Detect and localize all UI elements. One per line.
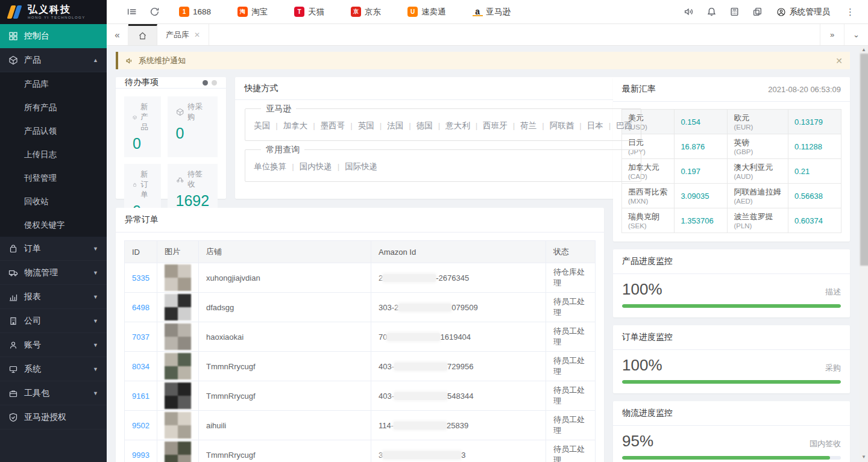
more-menu-icon[interactable]: ⋮	[837, 7, 860, 17]
sidebar-item-console[interactable]: 控制台	[0, 24, 107, 48]
sidebar-subitem-infringing-keywords[interactable]: 侵权关键字	[0, 213, 107, 237]
country-link[interactable]: 法国	[374, 121, 404, 130]
marketplace-link-amazon[interactable]: a 亚马逊	[473, 7, 511, 17]
marketplace-label: 淘宝	[251, 7, 268, 17]
todo-card-new-products[interactable]: 新产品 0	[124, 96, 161, 157]
vertical-scrollbar[interactable]: ▲ ▼	[860, 46, 868, 462]
country-link[interactable]: 意大利	[433, 121, 470, 130]
order-id-link[interactable]: 5335	[132, 273, 149, 283]
sidebar-subitem-listing-manage[interactable]: 刊登管理	[0, 166, 107, 190]
sidebar-item-accounts[interactable]: 账号 ▼	[0, 333, 107, 357]
product-image[interactable]	[165, 382, 191, 409]
country-link[interactable]: 墨西哥	[307, 121, 345, 130]
sidebar-item-label: 账号	[24, 340, 41, 351]
sidebar-item-logistics[interactable]: 物流管理 ▼	[0, 261, 107, 285]
todo-value: 0	[176, 125, 210, 142]
rate-row: 墨西哥比索(MXN) 3.09035 阿联酋迪拉姆(AED) 0.56638	[622, 184, 841, 208]
tabs-scroll-left-icon[interactable]: «	[107, 24, 128, 45]
amazon-id: 403-	[379, 392, 394, 401]
tabs-scroll-right-icon[interactable]: »	[820, 24, 844, 45]
order-id-link[interactable]: 7037	[132, 332, 149, 342]
exchange-rates-panel: 最新汇率 2021-08-20 06:53:09 美元(USD) 0.154 欧…	[613, 77, 850, 242]
product-image[interactable]	[165, 442, 191, 462]
order-id-link[interactable]: 9502	[132, 421, 149, 430]
close-tab-icon[interactable]: ✕	[194, 31, 200, 39]
menu-fold-icon[interactable]	[120, 0, 143, 24]
product-image[interactable]	[165, 412, 191, 439]
sidebar-item-label: 工具包	[24, 388, 49, 399]
country-link[interactable]: 英国	[345, 121, 374, 130]
country-link[interactable]: 荷兰	[508, 121, 537, 130]
todo-panel: 待办事项 新产品 0	[116, 77, 226, 199]
copy-report-icon[interactable]	[746, 0, 769, 24]
country-link[interactable]: 德国	[403, 121, 433, 130]
shop-name: TmmnRrycugf	[199, 352, 371, 381]
country-link[interactable]: 阿联酋	[536, 121, 574, 130]
order-id-link[interactable]: 9993	[132, 451, 149, 460]
country-link[interactable]: 西班牙	[470, 121, 508, 130]
scroll-down-icon[interactable]: ▼	[860, 454, 868, 461]
order-id-link[interactable]: 8034	[132, 362, 149, 371]
todo-value: 1692	[176, 192, 210, 209]
sidebar-item-label: 订单	[24, 243, 41, 254]
table-row: 8034 TmmnRrycugf 403-729956 待员工处理	[125, 352, 596, 381]
sidebar-item-label: 控制台	[24, 31, 49, 42]
sidebar-item-reports[interactable]: 报表 ▼	[0, 285, 107, 309]
status-badge: 待员工处理	[546, 322, 596, 352]
sidebar-subitem-upload-log[interactable]: 上传日志	[0, 143, 107, 166]
product-image[interactable]	[165, 323, 191, 350]
table-header-row: ID 图片 店铺 Amazon Id 状态	[125, 241, 596, 263]
panel-title: 产品进度监控	[622, 256, 673, 267]
sidebar-item-company[interactable]: 公司 ▼	[0, 309, 107, 333]
chevron-down-icon: ▼	[93, 342, 98, 348]
sidebar-item-toolkit[interactable]: 工具包 ▼	[0, 381, 107, 405]
sidebar-subitem-product-claim[interactable]: 产品认领	[0, 119, 107, 143]
sidebar-item-amazon-auth[interactable]: 亚马逊授权	[0, 405, 107, 429]
country-link[interactable]: 加拿大	[270, 121, 307, 130]
marketplace-link-taobao[interactable]: 淘 淘宝	[237, 7, 268, 17]
query-link[interactable]: 国内快递	[286, 162, 332, 171]
marketplace-link-aliexpress[interactable]: U 速卖通	[407, 7, 446, 17]
product-image[interactable]	[165, 264, 191, 291]
order-id-link[interactable]: 9161	[132, 392, 149, 401]
tab-product-library[interactable]: 产品库 ✕	[157, 24, 209, 45]
order-id-link[interactable]: 6498	[132, 303, 149, 312]
announcement-icon[interactable]	[678, 0, 700, 24]
calculator-icon[interactable]	[723, 0, 746, 24]
carousel-dot[interactable]	[212, 80, 217, 86]
tabs-menu-icon[interactable]: ⌄	[844, 24, 868, 45]
todo-label: 待签收	[187, 169, 209, 190]
sidebar: 弘义科技 HONG YI TECHNOLOGY 控制台 产品 ▲ 产品库 所有产…	[0, 0, 107, 462]
marketplace-link-tmall[interactable]: T 天猫	[294, 7, 324, 17]
progress-bar	[622, 456, 841, 460]
query-link[interactable]: 国际快递	[332, 162, 378, 171]
close-alert-icon[interactable]: ✕	[835, 56, 843, 66]
country-link[interactable]: 巴西	[603, 121, 633, 130]
sidebar-subitem-recycle-bin[interactable]: 回收站	[0, 190, 107, 213]
query-link[interactable]: 单位换算	[254, 162, 286, 171]
carousel-dot[interactable]	[203, 80, 208, 86]
delivery-icon	[176, 175, 184, 184]
sidebar-subitem-product-library[interactable]: 产品库	[0, 72, 107, 96]
sidebar-item-product[interactable]: 产品 ▲	[0, 48, 107, 72]
panel-title: 待办事项	[125, 77, 159, 88]
scrollbar-thumb[interactable]	[860, 54, 868, 266]
monitor-icon	[8, 364, 18, 374]
sidebar-item-system[interactable]: 系统 ▼	[0, 357, 107, 381]
sidebar-subitem-all-products[interactable]: 所有产品	[0, 96, 107, 119]
scroll-up-icon[interactable]: ▲	[860, 46, 868, 54]
marketplace-link-jd[interactable]: 京 京东	[351, 7, 381, 17]
refresh-icon[interactable]	[143, 0, 166, 24]
rate-row: 加拿大元(CAD) 0.197 澳大利亚元(AUD) 0.21	[622, 159, 841, 184]
sidebar-item-orders[interactable]: 订单 ▼	[0, 237, 107, 261]
country-link[interactable]: 日本	[574, 121, 603, 130]
country-link[interactable]: 美国	[254, 121, 270, 130]
product-image[interactable]	[165, 353, 191, 379]
tab-home[interactable]	[128, 24, 157, 45]
todo-card-to-purchase[interactable]: 待采购 0	[168, 96, 218, 157]
product-image[interactable]	[165, 294, 191, 320]
marketplace-link-1688[interactable]: 1 1688	[179, 7, 211, 17]
user-menu[interactable]: 系统管理员	[769, 7, 838, 17]
amazon-id: 2	[379, 273, 383, 283]
bell-icon[interactable]	[700, 0, 723, 24]
